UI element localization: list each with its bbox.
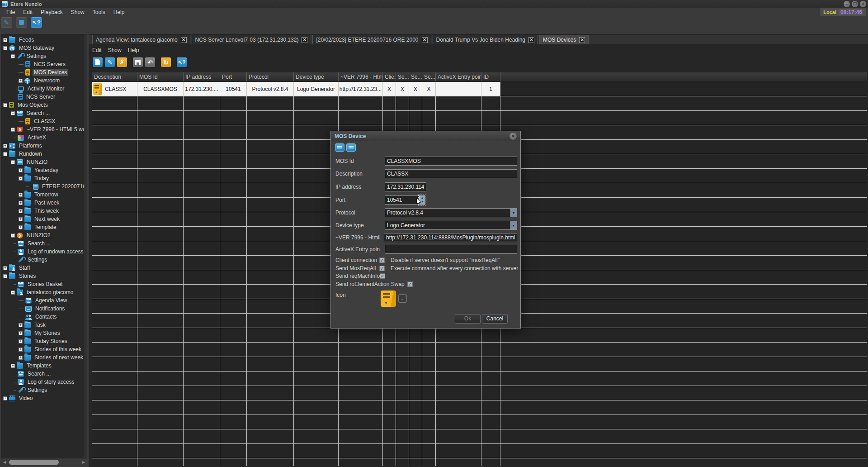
- scroll-left-icon[interactable]: ◀: [1, 460, 8, 464]
- help-icon[interactable]: [346, 143, 356, 152]
- ok-button[interactable]: Ok: [455, 314, 481, 324]
- column-header-se[interactable]: Se...: [409, 72, 422, 81]
- expand-icon[interactable]: +: [3, 38, 7, 42]
- column-header-activex-entry-point[interactable]: ActiveX Entry point: [436, 72, 481, 81]
- minimize-button[interactable]: –: [844, 1, 850, 7]
- sidebar-item-log-of-rundown-access[interactable]: Log of rundown access: [1, 248, 84, 256]
- menu-show[interactable]: Show: [67, 9, 88, 15]
- context-help-button[interactable]: ↖?: [31, 17, 42, 28]
- sidebar-item-search[interactable]: -Search ...: [1, 109, 84, 117]
- sidebar-item-task[interactable]: +Task: [1, 321, 84, 329]
- sidebar-item-stories[interactable]: -Stories: [1, 272, 84, 280]
- expand-icon[interactable]: +: [11, 234, 15, 238]
- expand-icon[interactable]: +: [11, 128, 15, 132]
- sidebar-item-stories-of-this-week[interactable]: +Stories of this week: [1, 345, 84, 353]
- sidebar-item-platforms[interactable]: +Platforms: [1, 142, 84, 150]
- sidebar-vertical-scrollbar[interactable]: [84, 34, 87, 466]
- context-help-button[interactable]: ↖?: [176, 57, 187, 67]
- dialog-title-bar[interactable]: MOS Device ✕: [331, 131, 520, 141]
- sidebar-item-tomorrow[interactable]: +Tomorrow: [1, 191, 84, 199]
- sidebar-item-video[interactable]: +Video: [1, 394, 84, 402]
- sidebar-item-yesterday[interactable]: +Yesterday: [1, 166, 84, 174]
- tab-close-icon[interactable]: ✕: [302, 37, 307, 43]
- sidebar-item-my-stories[interactable]: +My Stories: [1, 329, 84, 337]
- sidebar-item-tantalocco-giacomo[interactable]: -tantalocco giacomo: [1, 288, 84, 296]
- expand-icon[interactable]: +: [19, 356, 23, 360]
- restore-button[interactable]: ❐: [852, 1, 858, 7]
- html5-entry-input[interactable]: [384, 233, 517, 242]
- menu-playback[interactable]: Playback: [37, 9, 66, 15]
- scroll-right-icon[interactable]: ▶: [80, 460, 87, 464]
- expand-icon[interactable]: +: [19, 209, 23, 213]
- sidebar-horizontal-scrollbar[interactable]: ◀ ▶: [1, 458, 87, 466]
- sidebar-item-past-week[interactable]: +Past week: [1, 199, 84, 207]
- tab-close-icon[interactable]: ✕: [579, 37, 585, 43]
- mos-id-input[interactable]: [385, 157, 517, 166]
- sidebar-item-ncs-servers[interactable]: NCS Servers: [1, 60, 84, 68]
- refresh-button[interactable]: ↻: [160, 57, 171, 67]
- view-menu-edit[interactable]: Edit: [92, 46, 106, 54]
- collapse-icon[interactable]: -: [3, 274, 7, 278]
- checked-checkbox-icon[interactable]: ✓: [407, 281, 413, 287]
- column-header-ver-7996-html[interactable]: ~VER 7996 - Html...: [339, 72, 383, 81]
- sidebar-item-activity-monitor[interactable]: Activity Monitor: [1, 85, 84, 93]
- chevron-down-icon[interactable]: ▼: [510, 221, 517, 229]
- sidebar-item-settings[interactable]: Settings: [1, 386, 84, 394]
- sidebar-item-search[interactable]: Search ...: [1, 370, 84, 378]
- edit-button[interactable]: ✎: [1, 17, 12, 28]
- sidebar-item-feeds[interactable]: +Feeds: [1, 36, 84, 44]
- expand-icon[interactable]: +: [19, 339, 23, 343]
- tab-donald-trump-vs-joe-biden-heading[interactable]: Donald Trump Vs Joe Biden Heading✕: [433, 35, 538, 44]
- device-list-icon[interactable]: [335, 143, 344, 152]
- description-input[interactable]: [385, 169, 517, 178]
- tab-close-icon[interactable]: ✕: [181, 37, 187, 43]
- expand-icon[interactable]: +: [19, 331, 23, 335]
- sidebar-item-settings[interactable]: Settings: [1, 256, 84, 264]
- device-type-select[interactable]: Logo Generator ▼: [385, 221, 517, 230]
- view-menu-help[interactable]: Help: [128, 46, 144, 54]
- sidebar-item-templates[interactable]: +Templates: [1, 362, 84, 370]
- sidebar-item-settings[interactable]: -Settings: [1, 52, 84, 60]
- sidebar-item-mos-objects[interactable]: -Mos Objects: [1, 101, 84, 109]
- expand-icon[interactable]: +: [3, 266, 7, 270]
- tab-mos-devices[interactable]: MOS Devices✕: [539, 35, 589, 44]
- column-header-se[interactable]: Se...: [422, 72, 436, 81]
- column-header-device-type[interactable]: Device type: [294, 72, 339, 81]
- ip-input[interactable]: [385, 182, 426, 191]
- expand-icon[interactable]: +: [19, 217, 23, 221]
- collapse-icon[interactable]: -: [19, 176, 23, 181]
- menu-edit[interactable]: Edit: [19, 9, 36, 15]
- collapse-icon[interactable]: -: [11, 111, 15, 115]
- sidebar-item-stories-of-next-week[interactable]: +Stories of next week: [1, 353, 84, 362]
- sidebar-item-nunzio[interactable]: -NUNZIO: [1, 158, 84, 166]
- expand-icon[interactable]: +: [19, 225, 23, 229]
- sidebar-item-search[interactable]: Search ...: [1, 239, 84, 248]
- tab-ncs-server-lenovoi7-03-172-31-230-132[interactable]: NCS Server LenovoI7-03 (172.31.230.132)✕: [192, 35, 311, 44]
- sidebar-item-mos-devices[interactable]: MOS Devices: [1, 68, 84, 76]
- scrollbar-thumb[interactable]: [9, 460, 59, 465]
- expand-icon[interactable]: +: [3, 144, 7, 148]
- collapse-icon[interactable]: -: [11, 291, 15, 295]
- column-header-description[interactable]: Description: [92, 72, 137, 81]
- checked-checkbox-icon[interactable]: ✓: [380, 273, 385, 279]
- sidebar-item-stories-basket[interactable]: Stories Basket: [1, 280, 84, 288]
- sidebar-item-today-stories[interactable]: +Today Stories: [1, 337, 84, 345]
- view-menu-show[interactable]: Show: [108, 46, 126, 54]
- icon-browse-button[interactable]: ...: [398, 294, 407, 303]
- expand-icon[interactable]: +: [19, 193, 23, 197]
- expand-icon[interactable]: +: [11, 364, 15, 368]
- sidebar-item-today[interactable]: -Today: [1, 174, 84, 182]
- tab-agenda-view-tantalocco-giacomo[interactable]: Agenda View: tantalocco giacomo✕: [92, 35, 190, 44]
- column-header-port[interactable]: Port: [220, 72, 247, 81]
- new-document-button[interactable]: [92, 57, 103, 67]
- sidebar-item-mos-gateway[interactable]: -MOS Gateway: [1, 44, 84, 52]
- undo-button[interactable]: ↶: [145, 57, 156, 67]
- sidebar-item-next-week[interactable]: +Next week: [1, 215, 84, 223]
- collapse-icon[interactable]: -: [3, 103, 7, 107]
- column-header-id[interactable]: ID: [481, 72, 500, 81]
- sidebar-item-activex[interactable]: ActiveX: [1, 133, 84, 142]
- collapse-icon[interactable]: -: [11, 160, 15, 164]
- sidebar-item-template[interactable]: +Template: [1, 223, 84, 231]
- column-header-mos-id[interactable]: MOS Id: [137, 72, 184, 81]
- column-header-ip-address[interactable]: IP address: [184, 72, 220, 81]
